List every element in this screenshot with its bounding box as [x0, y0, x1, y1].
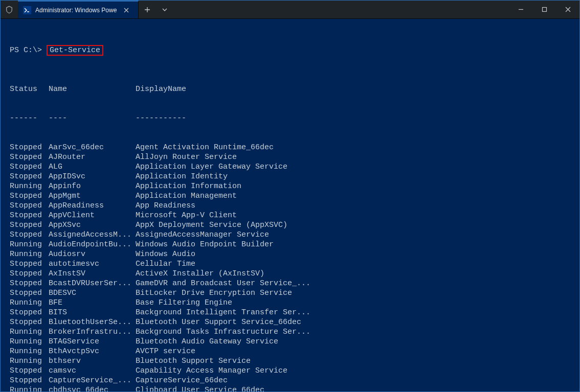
cell-status: Stopped	[10, 211, 49, 220]
service-row: StoppedautotimesvcCellular Time	[10, 259, 570, 269]
cell-name: BluetoothUserSe...	[49, 317, 136, 327]
tab-close-button[interactable]	[122, 6, 131, 15]
service-row: StoppedAppVClientMicrosoft App-V Client	[10, 211, 570, 220]
terminal-output[interactable]: PS C:\> Get-Service StatusNameDisplayNam…	[1, 19, 579, 392]
cell-name: autotimesvc	[49, 259, 136, 269]
cell-name: BTAGService	[49, 337, 136, 347]
cell-status: Stopped	[10, 269, 49, 279]
service-rows: StoppedAarSvc_66decAgent Activation Runt…	[10, 143, 570, 392]
service-row: StoppedAarSvc_66decAgent Activation Runt…	[10, 143, 570, 152]
cell-status: Stopped	[10, 308, 49, 317]
window-controls	[509, 1, 579, 18]
command-highlighted: Get-Service	[47, 45, 103, 56]
service-row: StoppedAJRouterAllJoyn Router Service	[10, 152, 570, 162]
cell-display: AVCTP service	[136, 347, 570, 356]
service-row: Runningcbdhsvc_66decClipboard User Servi…	[10, 385, 570, 392]
cell-status: Stopped	[10, 279, 49, 288]
cell-name: AppXSvc	[49, 220, 136, 230]
cell-display: AllJoyn Router Service	[136, 152, 570, 162]
service-row: StoppedAppIDSvcApplication Identity	[10, 172, 570, 181]
cell-display: Application Management	[136, 191, 570, 201]
service-row: RunningAppinfoApplication Information	[10, 181, 570, 191]
cell-status: Stopped	[10, 152, 49, 162]
cell-status: Stopped	[10, 230, 49, 240]
cell-status: Stopped	[10, 288, 49, 298]
service-row: RunningAudiosrvWindows Audio	[10, 249, 570, 259]
service-row: StoppedAxInstSVActiveX Installer (AxInst…	[10, 269, 570, 279]
service-row: StoppedBluetoothUserSe...Bluetooth User …	[10, 317, 570, 327]
service-row: StoppedALGApplication Layer Gateway Serv…	[10, 162, 570, 172]
cell-status: Running	[10, 240, 49, 249]
cell-display: Cellular Time	[136, 259, 570, 269]
service-row: StoppedBDESVCBitLocker Drive Encryption …	[10, 288, 570, 298]
cell-name: AssignedAccessM...	[49, 230, 136, 240]
cell-name: AppIDSvc	[49, 172, 136, 181]
shield-icon	[1, 1, 18, 18]
service-row: StoppedCaptureService_...CaptureService_…	[10, 376, 570, 385]
cell-display: Capability Access Manager Service	[136, 366, 570, 376]
cell-status: Stopped	[10, 191, 49, 201]
minimize-button[interactable]	[509, 1, 532, 18]
cell-name: ALG	[49, 162, 136, 172]
service-row: RunningAudioEndpointBu...Windows Audio E…	[10, 240, 570, 249]
cell-name: AxInstSV	[49, 269, 136, 279]
cell-display: Microsoft App-V Client	[136, 211, 570, 220]
cell-status: Running	[10, 385, 49, 392]
cell-name: AppMgmt	[49, 191, 136, 201]
cell-status: Stopped	[10, 259, 49, 269]
cell-status: Running	[10, 327, 49, 337]
cell-name: AppReadiness	[49, 201, 136, 211]
header-display: DisplayName	[136, 84, 570, 94]
cell-name: BITS	[49, 308, 136, 317]
service-row: StoppedAppMgmtApplication Management	[10, 191, 570, 201]
cell-display: ActiveX Installer (AxInstSV)	[136, 269, 570, 279]
service-row: RunningBrokerInfrastru...Background Task…	[10, 327, 570, 337]
maximize-button[interactable]	[532, 1, 556, 18]
cell-display: BitLocker Drive Encryption Service	[136, 288, 570, 298]
cell-display: AssignedAccessManager Service	[136, 230, 570, 240]
new-tab-button[interactable]	[139, 1, 156, 18]
cell-display: Bluetooth User Support Service_66dec	[136, 317, 570, 327]
cell-display: Bluetooth Audio Gateway Service	[136, 337, 570, 347]
service-row: StoppedBITSBackground Intelligent Transf…	[10, 308, 570, 317]
cell-name: BDESVC	[49, 288, 136, 298]
cell-name: CaptureService_...	[49, 376, 136, 385]
cell-display: Clipboard User Service_66dec	[136, 385, 570, 392]
service-row: StoppedcamsvcCapability Access Manager S…	[10, 366, 570, 376]
service-row: StoppedAppXSvcAppX Deployment Service (A…	[10, 220, 570, 230]
sep-display: -----------	[136, 113, 570, 123]
tab-dropdown-button[interactable]	[156, 1, 173, 18]
title-bar: Administrator: Windows Powe	[1, 1, 579, 19]
service-row: RunningBthAvctpSvcAVCTP service	[10, 347, 570, 356]
cell-display: App Readiness	[136, 201, 570, 211]
service-row: RunningBFEBase Filtering Engine	[10, 298, 570, 308]
cell-status: Stopped	[10, 162, 49, 172]
separator-row: ---------------------	[10, 113, 570, 123]
cell-display: GameDVR and Broadcast User Service_...	[136, 279, 570, 288]
cell-display: Application Identity	[136, 172, 570, 181]
cell-status: Stopped	[10, 366, 49, 376]
cell-status: Stopped	[10, 376, 49, 385]
cell-name: camsvc	[49, 366, 136, 376]
cell-name: AJRouter	[49, 152, 136, 162]
cell-name: BcastDVRUserSer...	[49, 279, 136, 288]
cell-display: Application Layer Gateway Service	[136, 162, 570, 172]
header-row: StatusNameDisplayName	[10, 84, 570, 94]
cell-display: Background Tasks Infrastructure Ser...	[136, 327, 570, 337]
service-row: StoppedBcastDVRUserSer...GameDVR and Bro…	[10, 279, 570, 288]
cell-status: Stopped	[10, 317, 49, 327]
service-row: StoppedAppReadinessApp Readiness	[10, 201, 570, 211]
cell-name: Audiosrv	[49, 249, 136, 259]
cell-name: AarSvc_66dec	[49, 143, 136, 152]
cell-name: BthAvctpSvc	[49, 347, 136, 356]
cell-display: Background Intelligent Transfer Ser...	[136, 308, 570, 317]
service-row: StoppedAssignedAccessM...AssignedAccessM…	[10, 230, 570, 240]
service-row: RunningBTAGServiceBluetooth Audio Gatewa…	[10, 337, 570, 347]
title-bar-left: Administrator: Windows Powe	[1, 1, 173, 18]
cell-display: Agent Activation Runtime_66dec	[136, 143, 570, 152]
close-button[interactable]	[556, 1, 579, 18]
cell-status: Running	[10, 181, 49, 191]
tab-powershell[interactable]: Administrator: Windows Powe	[18, 1, 139, 18]
prompt-line: PS C:\> Get-Service	[10, 45, 570, 55]
cell-status: Stopped	[10, 172, 49, 181]
